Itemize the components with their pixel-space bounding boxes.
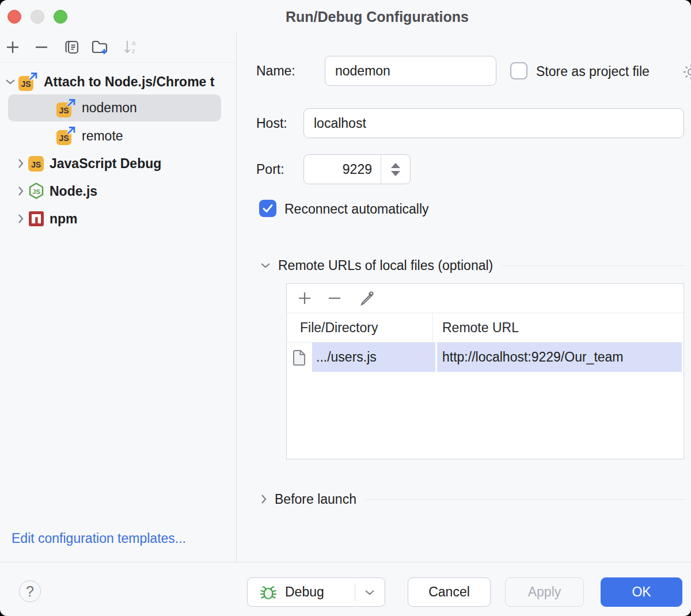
minus-icon bbox=[327, 291, 342, 306]
cell-remote-url: http://localhost:9229/Our_team bbox=[437, 343, 682, 372]
svg-text:JS: JS bbox=[31, 160, 41, 169]
debug-button-label: Debug bbox=[285, 584, 324, 600]
new-folder-button[interactable] bbox=[89, 37, 111, 58]
cell-file-directory: .../users.js bbox=[312, 343, 435, 372]
ok-button[interactable]: OK bbox=[601, 577, 682, 607]
copy-configuration-button[interactable] bbox=[61, 37, 83, 58]
sort-configurations-button[interactable]: a z bbox=[120, 37, 142, 58]
svg-text:JS: JS bbox=[59, 106, 69, 115]
table-header-row: File/Directory Remote URL bbox=[287, 313, 684, 343]
host-label: Host: bbox=[256, 108, 287, 138]
column-header-file-directory[interactable]: File/Directory bbox=[287, 320, 432, 336]
tree-item-nodejs[interactable]: JS Node.js bbox=[0, 177, 236, 205]
js-run-config-icon: JS bbox=[55, 126, 77, 146]
host-input[interactable]: localhost bbox=[303, 108, 684, 138]
tree-item-label: remote bbox=[82, 128, 123, 144]
nodejs-icon: JS bbox=[28, 181, 45, 201]
js-run-config-icon: JS bbox=[55, 98, 77, 119]
tree-item-nodemon[interactable]: JS nodemon bbox=[8, 94, 221, 121]
footer-divider bbox=[0, 562, 691, 562]
name-label: Name: bbox=[256, 56, 295, 86]
table-edit-button[interactable] bbox=[355, 286, 379, 310]
name-input[interactable]: nodemon bbox=[325, 56, 496, 86]
sidebar-toolbar: a z bbox=[0, 32, 236, 63]
chevron-right-icon bbox=[260, 494, 267, 504]
stepper-up-icon[interactable] bbox=[391, 163, 400, 168]
titlebar: Run/Debug Configurations bbox=[0, 0, 691, 32]
tree-item-remote[interactable]: JS remote bbox=[0, 122, 236, 150]
tree-item-javascript-debug[interactable]: JS JavaScript Debug bbox=[0, 150, 236, 177]
checkmark-icon bbox=[261, 202, 274, 215]
port-stepper[interactable] bbox=[381, 155, 410, 184]
remote-urls-section-title: Remote URLs of local files (optional) bbox=[278, 258, 493, 273]
remote-urls-table: File/Directory Remote URL .../users.js h… bbox=[286, 283, 684, 459]
tree-item-label: Attach to Node.js/Chrome t bbox=[44, 74, 214, 90]
bug-icon bbox=[259, 583, 278, 602]
chevron-down-icon bbox=[3, 78, 17, 85]
js-icon: JS bbox=[28, 153, 45, 174]
svg-text:JS: JS bbox=[21, 79, 31, 89]
minus-icon bbox=[34, 40, 49, 55]
dialog-title: Run/Debug Configurations bbox=[0, 0, 691, 32]
port-label: Port: bbox=[256, 154, 284, 184]
table-remove-button[interactable] bbox=[322, 286, 347, 310]
pencil-icon bbox=[359, 290, 375, 306]
cancel-button[interactable]: Cancel bbox=[408, 577, 491, 607]
remote-urls-section-header[interactable]: Remote URLs of local files (optional) bbox=[260, 257, 684, 273]
sort-az-icon: a z bbox=[122, 39, 139, 56]
table-add-button[interactable] bbox=[293, 286, 317, 310]
chevron-down-icon bbox=[260, 262, 271, 269]
debug-button[interactable]: Debug bbox=[247, 577, 385, 607]
run-debug-configurations-dialog: Run/Debug Configurations bbox=[0, 0, 691, 616]
file-icon bbox=[287, 343, 312, 372]
store-as-project-file-checkbox[interactable] bbox=[510, 62, 527, 79]
tree-item-label: npm bbox=[50, 211, 78, 227]
copy-icon bbox=[64, 39, 80, 55]
chevron-right-icon bbox=[14, 186, 28, 196]
svg-text:z: z bbox=[132, 47, 135, 54]
port-input[interactable]: 9229 bbox=[303, 154, 411, 184]
plus-icon bbox=[297, 291, 312, 306]
add-configuration-button[interactable] bbox=[2, 37, 24, 58]
host-value: localhost bbox=[314, 116, 366, 131]
stepper-down-icon[interactable] bbox=[391, 171, 400, 176]
chevron-right-icon bbox=[14, 158, 28, 169]
tree-item-label: JavaScript Debug bbox=[50, 156, 161, 172]
port-value: 9229 bbox=[304, 162, 381, 177]
plus-icon bbox=[5, 40, 20, 55]
js-run-config-icon: JS bbox=[17, 71, 39, 92]
new-folder-icon bbox=[91, 39, 109, 56]
reconnect-automatically-label: Reconnect automatically bbox=[284, 200, 429, 217]
svg-text:a: a bbox=[132, 39, 136, 46]
remove-configuration-button[interactable] bbox=[31, 37, 52, 58]
section-separator-line bbox=[502, 265, 684, 266]
section-separator-line bbox=[366, 499, 684, 500]
tree-item-label: nodemon bbox=[82, 100, 137, 116]
debug-dropdown-button[interactable] bbox=[355, 578, 385, 606]
tree-item-label: Node.js bbox=[50, 184, 97, 199]
table-row[interactable]: .../users.js http://localhost:9229/Our_t… bbox=[287, 343, 684, 372]
configurations-sidebar: a z JS Attach to Node.js/Chrome t bbox=[0, 32, 237, 562]
tree-item-attach-to-node[interactable]: JS Attach to Node.js/Chrome t bbox=[0, 68, 236, 96]
reconnect-automatically-checkbox[interactable] bbox=[259, 200, 276, 217]
apply-button: Apply bbox=[505, 577, 584, 607]
help-button[interactable]: ? bbox=[19, 580, 41, 602]
table-toolbar bbox=[287, 284, 684, 313]
svg-text:JS: JS bbox=[32, 188, 40, 195]
before-launch-section-header[interactable]: Before launch bbox=[260, 491, 684, 507]
store-as-project-file-label: Store as project file bbox=[536, 62, 650, 79]
tree-item-npm[interactable]: npm bbox=[0, 205, 236, 233]
column-header-remote-url[interactable]: Remote URL bbox=[432, 313, 684, 342]
svg-text:JS: JS bbox=[59, 134, 69, 143]
store-settings-gear-icon[interactable] bbox=[682, 63, 691, 81]
chevron-right-icon bbox=[14, 214, 28, 224]
npm-icon bbox=[28, 208, 45, 229]
name-value: nodemon bbox=[335, 63, 390, 79]
before-launch-section-title: Before launch bbox=[275, 492, 356, 507]
edit-configuration-templates-link[interactable]: Edit configuration templates... bbox=[12, 531, 186, 546]
